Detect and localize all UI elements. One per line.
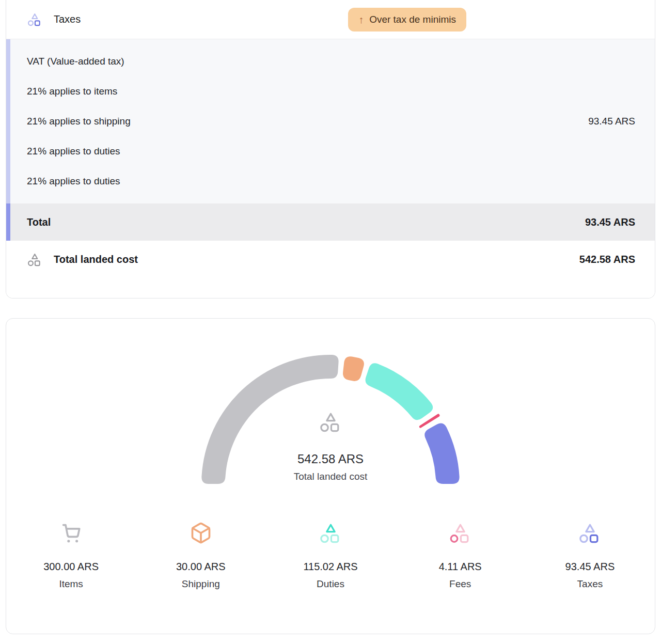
badge-label: Over tax de minimis	[369, 14, 456, 25]
legend-item-duties: 115.02 ARS Duties	[265, 521, 395, 590]
gauge-arc	[196, 353, 465, 494]
gauge-segment-items	[201, 355, 338, 484]
breakdown-row-label: 21% applies to shipping	[27, 116, 131, 127]
landed-cost-gauge-card: 542.58 ARS Total landed cost 300.00 ARS …	[6, 318, 655, 634]
legend-item-shipping: 30.00 ARS Shipping	[136, 521, 265, 590]
gauge-segment-taxes	[424, 423, 459, 484]
landed-cost-value: 542.58 ARS	[579, 254, 635, 265]
legend-amount: 93.45 ARS	[565, 560, 615, 573]
breakdown-row-label: VAT (Value-added tax)	[27, 56, 124, 67]
gauge-segment-duties	[366, 363, 433, 420]
legend-amount: 30.00 ARS	[176, 560, 226, 573]
breakdown-row-label: 21% applies to duties	[27, 146, 120, 157]
breakdown-row-label: 21% applies to items	[27, 86, 117, 97]
legend-amount: 4.11 ARS	[439, 560, 482, 573]
taxes-shapes-icon	[27, 12, 42, 27]
legend-label: Fees	[449, 578, 471, 590]
legend-label: Duties	[317, 578, 344, 590]
shapes-taxes-icon	[578, 521, 602, 545]
total-landed-cost-row: Total landed cost 542.58 ARS	[6, 241, 655, 298]
taxes-total-row: Total 93.45 ARS	[6, 203, 655, 241]
breakdown-row-value: 93.45 ARS	[588, 116, 635, 127]
legend-label: Taxes	[577, 578, 603, 590]
legend-item-taxes: 93.45 ARS Taxes	[525, 521, 655, 590]
breakdown-row: 21% applies to duties	[27, 166, 635, 196]
breakdown-row: 21% applies to shipping 93.45 ARS	[27, 106, 635, 136]
gauge-segment-shipping	[343, 356, 364, 381]
package-icon	[190, 521, 212, 545]
legend-amount: 300.00 ARS	[43, 560, 99, 573]
legend-item-items: 300.00 ARS Items	[6, 521, 136, 590]
arrow-up-icon: ↑	[358, 14, 364, 25]
cart-icon	[60, 521, 83, 545]
breakdown-row: 21% applies to duties	[27, 136, 635, 166]
total-label: Total	[27, 216, 51, 228]
shapes-fees-icon	[448, 521, 472, 545]
total-value: 93.45 ARS	[585, 216, 635, 228]
taxes-card-header: Taxes ↑ Over tax de minimis	[6, 0, 655, 39]
taxes-card: Taxes ↑ Over tax de minimis VAT (Value-a…	[6, 0, 655, 299]
legend-amount: 115.02 ARS	[303, 560, 357, 573]
taxes-title: Taxes	[54, 13, 81, 25]
breakdown-row-label: 21% applies to duties	[27, 176, 120, 187]
cost-legend: 300.00 ARS Items 30.00 ARS Shipping	[6, 521, 655, 590]
breakdown-row: VAT (Value-added tax)	[27, 46, 635, 76]
legend-label: Shipping	[182, 578, 220, 590]
vat-breakdown-section: VAT (Value-added tax) 21% applies to ite…	[6, 39, 655, 203]
over-tax-de-minimis-badge: ↑ Over tax de minimis	[348, 8, 466, 32]
gauge-chart: 542.58 ARS Total landed cost	[196, 353, 465, 494]
shapes-duties-icon	[319, 521, 342, 545]
landed-cost-shapes-icon	[27, 252, 42, 267]
legend-label: Items	[59, 578, 83, 590]
landed-cost-label: Total landed cost	[54, 254, 138, 265]
breakdown-row: 21% applies to items	[27, 76, 635, 106]
legend-item-fees: 4.11 ARS Fees	[396, 521, 525, 590]
